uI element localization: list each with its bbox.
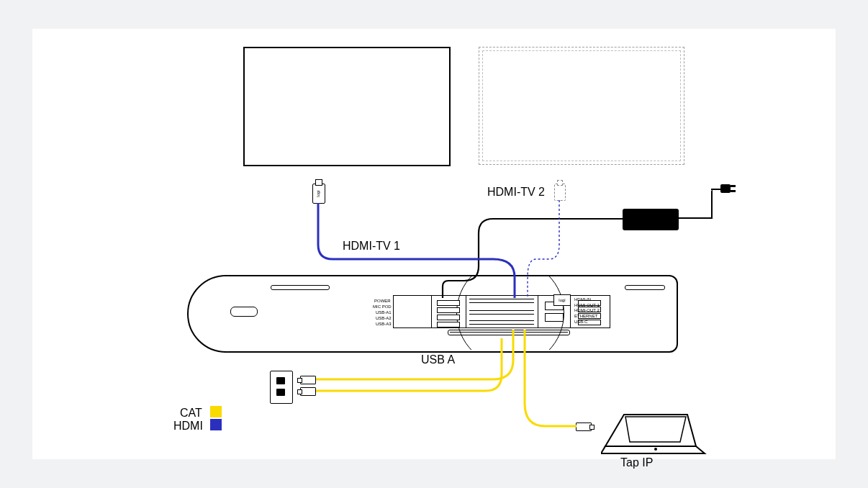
rj45-connector-top: [300, 376, 316, 384]
label-tap-ip: Tap IP: [620, 457, 653, 469]
port-usba3: USB-A3: [376, 322, 392, 326]
legend-cat-label: CAT: [180, 407, 202, 419]
logi-adapter: logi: [553, 294, 571, 306]
power-plug-icon: [720, 183, 736, 194]
svg-marker-1: [625, 417, 686, 442]
port-usba2: USB-A2: [376, 316, 392, 320]
label-usb-a: USB A: [421, 354, 455, 366]
legend-hdmi-label: HDMI: [173, 420, 203, 432]
hdmi-plug-tv1: logi: [312, 184, 325, 204]
rj45-connector-tap: [576, 423, 592, 431]
port-micpod: MIC POD: [373, 304, 392, 309]
ac-wire-v: [711, 190, 713, 219]
tap-ip-device: [601, 410, 709, 455]
label-hdmi-tv1: HDMI-TV 1: [343, 240, 400, 252]
port-hdmiin: HDMI-IN: [574, 297, 591, 302]
port-ethernet: ETHERNET: [574, 314, 597, 318]
port-usbc: USB-C: [574, 320, 588, 324]
legend-hdmi-swatch: [210, 419, 222, 430]
rally-bar: logi POWER MIC POD USB-A1 USB-A2 USB-A3 …: [187, 275, 677, 350]
port-hdmiout2: HDMI-OUT 2: [574, 308, 600, 312]
port-usba1: USB-A1: [376, 310, 392, 315]
display-primary: [243, 47, 451, 166]
port-power: POWER: [374, 299, 391, 303]
port-hdmiout1: HDMI-OUT 1: [574, 303, 600, 307]
ac-wire-h: [678, 217, 713, 219]
rj45-connector-bottom: [300, 387, 316, 396]
diagram-stage: logi POWER MIC POD USB-A1 USB-A2 USB-A3 …: [32, 29, 836, 459]
power-brick: [623, 209, 679, 230]
display-optional: [479, 47, 684, 165]
svg-marker-2: [601, 446, 705, 453]
hdmi-plug-tv2: [554, 184, 566, 201]
ac-wire-tip: [711, 189, 721, 190]
page-root: logi POWER MIC POD USB-A1 USB-A2 USB-A3 …: [0, 0, 868, 488]
svg-point-3: [654, 448, 657, 451]
legend-cat-swatch: [210, 406, 222, 417]
ethernet-wallplate: [270, 371, 293, 404]
label-hdmi-tv2: HDMI-TV 2: [487, 186, 545, 198]
